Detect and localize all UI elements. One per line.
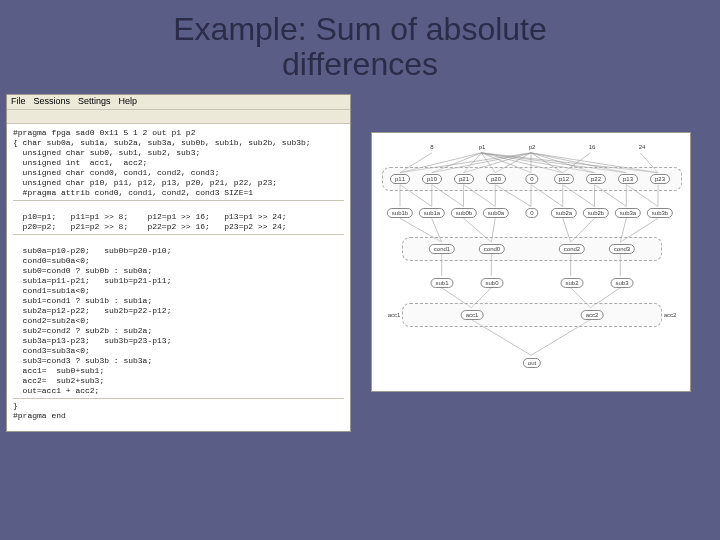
node-0: 0 <box>525 174 538 184</box>
editor-toolbar <box>7 110 350 124</box>
code-editor-window: File Sessions Settings Help #pragma fpga… <box>6 94 351 431</box>
code-line: sub2a=p12-p22; sub2b=p22-p12; <box>13 306 344 316</box>
node-sub2: sub2 <box>560 278 583 288</box>
code-line: sub0a=p10-p20; sub0b=p20-p10; <box>13 246 344 256</box>
node-sub0a: sub0a <box>483 208 509 218</box>
node-cond2: cond2 <box>559 244 585 254</box>
code-line: #pragma attrib cond0, cond1, cond2, cond… <box>13 188 344 198</box>
label-acc1: acc1 <box>388 312 401 318</box>
node-0: 0 <box>525 208 538 218</box>
code-line: sub1a=p11-p21; sub1b=p21-p11; <box>13 276 344 286</box>
node-sub3a: sub3a <box>615 208 641 218</box>
node-sub3b: sub3b <box>647 208 673 218</box>
slide-title: Example: Sum of absolute differences <box>0 0 720 86</box>
node-acc1: acc1 <box>461 310 484 320</box>
node-sub1a: sub1a <box>419 208 445 218</box>
editor-menubar: File Sessions Settings Help <box>7 95 350 109</box>
input-p1: p1 <box>479 144 486 150</box>
title-line-1: Example: Sum of absolute <box>173 11 547 47</box>
dataflow-diagram: 8p1p21624p11p10p21p200p12p22p13p23sub1bs… <box>371 132 691 392</box>
code-line: sub0=cond0 ? sub0b : sub0a; <box>13 266 344 276</box>
node-sub0b: sub0b <box>451 208 477 218</box>
code-line: p10=p1; p11=p1 >> 8; p12=p1 >> 16; p13=p… <box>13 212 344 222</box>
code-line: cond1=sub1a<0; <box>13 286 344 296</box>
node-p23: p23 <box>650 174 670 184</box>
input-24: 24 <box>639 144 646 150</box>
code-line: cond2=sub2a<0; <box>13 316 344 326</box>
code-line: unsigned char cond0, cond1, cond2, cond3… <box>13 168 344 178</box>
code-line: cond3=sub3a<0; <box>13 346 344 356</box>
node-cond3: cond3 <box>609 244 635 254</box>
code-line: acc2= sub2+sub3; <box>13 376 344 386</box>
code-line: } <box>13 401 344 411</box>
node-p12: p12 <box>554 174 574 184</box>
node-cond1: cond1 <box>429 244 455 254</box>
node-sub2b: sub2b <box>583 208 609 218</box>
node-p11: p11 <box>390 174 410 184</box>
node-p21: p21 <box>454 174 474 184</box>
code-line: p20=p2; p21=p2 >> 8; p22=p2 >> 16; p23=p… <box>13 222 344 232</box>
node-out: out <box>523 358 541 368</box>
code-line: unsigned int acc1, acc2; <box>13 158 344 168</box>
code-line: cond0=sub0a<0; <box>13 256 344 266</box>
code-line: acc1= sub0+sub1; <box>13 366 344 376</box>
node-sub3: sub3 <box>610 278 633 288</box>
node-sub0: sub0 <box>480 278 503 288</box>
code-line <box>13 237 344 246</box>
menu-help[interactable]: Help <box>119 96 138 107</box>
input-16: 16 <box>589 144 596 150</box>
code-line: #pragma fpga sad0 0x11 5 1 2 out p1 p2 <box>13 128 344 138</box>
band-acc <box>402 303 662 327</box>
node-p13: p13 <box>618 174 638 184</box>
node-sub1: sub1 <box>430 278 453 288</box>
node-p22: p22 <box>586 174 606 184</box>
node-sub1b: sub1b <box>387 208 413 218</box>
code-line: #pragma end <box>13 411 344 421</box>
code-line <box>13 203 344 212</box>
code-line: unsigned char p10, p11, p12, p13, p20, p… <box>13 178 344 188</box>
code-line: unsigned char sub0, sub1, sub2, sub3; <box>13 148 344 158</box>
code-line: sub3a=p13-p23; sub3b=p23-p13; <box>13 336 344 346</box>
code-line: sub3=cond3 ? sub3b : sub3a; <box>13 356 344 366</box>
code-line: sub2=cond2 ? sub2b : sub2a; <box>13 326 344 336</box>
node-acc2: acc2 <box>581 310 604 320</box>
code-line: out=acc1 + acc2; <box>13 386 344 396</box>
code-line: { char sub0a, sub1a, sub2a, sub3a, sub0b… <box>13 138 344 148</box>
node-p10: p10 <box>422 174 442 184</box>
input-p2: p2 <box>529 144 536 150</box>
menu-file[interactable]: File <box>11 96 26 107</box>
input-8: 8 <box>430 144 433 150</box>
menu-sessions[interactable]: Sessions <box>34 96 71 107</box>
label-acc2: acc2 <box>664 312 677 318</box>
code-area[interactable]: #pragma fpga sad0 0x11 5 1 2 out p1 p2{ … <box>7 124 350 431</box>
code-line: sub1=cond1 ? sub1b : sub1a; <box>13 296 344 306</box>
node-sub2a: sub2a <box>551 208 577 218</box>
node-p20: p20 <box>486 174 506 184</box>
node-cond0: cond0 <box>479 244 505 254</box>
menu-settings[interactable]: Settings <box>78 96 111 107</box>
title-line-2: differences <box>282 46 438 82</box>
